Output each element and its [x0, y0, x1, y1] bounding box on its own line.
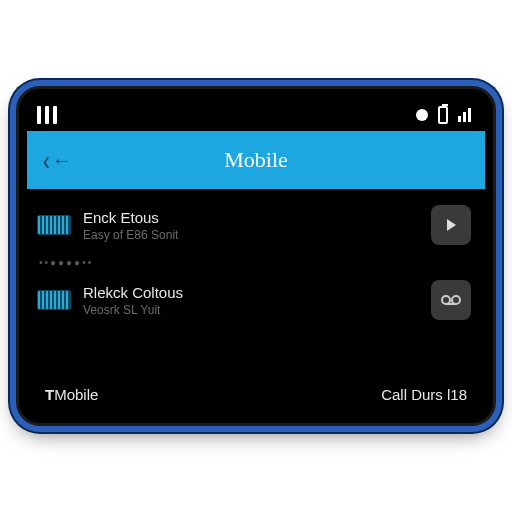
- phone-frame: ‹ ← Mobile Enck Etous Easy of E86 Sonit …: [16, 86, 496, 426]
- app-header: ‹ ← Mobile: [27, 131, 485, 189]
- menu-icon[interactable]: [37, 106, 57, 124]
- voicemail-icon: [441, 293, 461, 307]
- page-title: Mobile: [27, 147, 485, 173]
- contact-sub: Easy of E86 Sonit: [83, 228, 419, 242]
- contact-name: Enck Etous: [83, 209, 419, 226]
- call-duration-label: Call Durs l18: [381, 386, 467, 403]
- svg-point-1: [452, 296, 460, 304]
- signal-icon: [458, 108, 471, 122]
- list-divider: ••●●●●••: [27, 255, 485, 270]
- contact-name: Rlekck Coltous: [83, 284, 419, 301]
- carrier-label: TMobile: [45, 386, 98, 403]
- list-item[interactable]: Rlekck Coltous Veosrk SL Yuit: [27, 270, 485, 330]
- voicemail-button[interactable]: [431, 280, 471, 320]
- arrow-left-icon: ←: [52, 150, 72, 170]
- play-button[interactable]: [431, 205, 471, 245]
- list-item[interactable]: Enck Etous Easy of E86 Sonit: [27, 195, 485, 255]
- contact-list: Enck Etous Easy of E86 Sonit ••●●●●•• Rl…: [27, 189, 485, 330]
- chevron-left-icon: ‹: [43, 146, 50, 174]
- contact-thumb-icon: [37, 290, 71, 310]
- contact-thumb-icon: [37, 215, 71, 235]
- back-button[interactable]: ‹ ←: [43, 150, 72, 170]
- svg-point-0: [442, 296, 450, 304]
- notification-dot-icon: [416, 109, 428, 121]
- battery-icon: [438, 106, 448, 124]
- contact-sub: Veosrk SL Yuit: [83, 303, 419, 317]
- footer-bar: TMobile Call Durs l18: [27, 386, 485, 403]
- status-bar: [27, 99, 485, 131]
- play-icon: [443, 217, 459, 233]
- screen: ‹ ← Mobile Enck Etous Easy of E86 Sonit …: [27, 99, 485, 413]
